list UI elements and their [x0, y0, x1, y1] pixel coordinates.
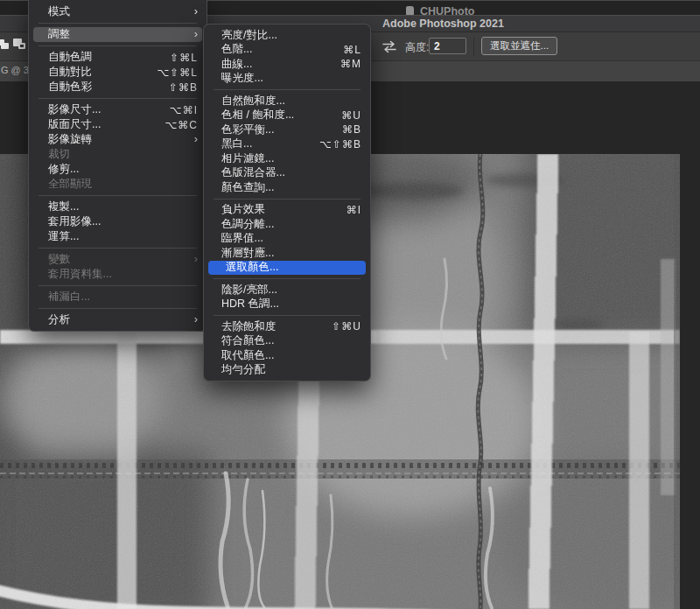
chevron-right-icon: › — [194, 28, 198, 39]
menu-item-reveal-all: 全部顯現 — [29, 177, 206, 192]
menu-item-shortcut: ⇧⌘U — [332, 320, 361, 332]
menu-item-threshold[interactable]: 臨界值... — [204, 232, 370, 247]
menu-item-gradient-map[interactable]: 漸層對應... — [204, 246, 370, 261]
menu-item-label: 符合顏色... — [221, 333, 274, 348]
chevron-right-icon: › — [194, 313, 198, 325]
menu-item-label: 亮度/對比... — [221, 28, 277, 43]
menu-item-label: 色相 / 飽和度... — [221, 108, 294, 122]
menu-item-image-rotation[interactable]: 影像旋轉› — [29, 132, 206, 147]
menu-separator — [38, 195, 197, 196]
menu-item-shadows-highlights[interactable]: 陰影/亮部... — [204, 283, 370, 298]
menu-item-label: 補漏白... — [48, 290, 90, 304]
menu-item-label: 調整 — [48, 27, 70, 42]
menu-item-label: 運算... — [48, 229, 79, 244]
menu-item-duplicate[interactable]: 複製... — [29, 200, 206, 214]
menu-separator — [214, 199, 360, 200]
menu-separator — [38, 98, 197, 99]
menu-item-label: 去除飽和度 — [221, 319, 276, 334]
swap-width-height-icon[interactable] — [382, 40, 397, 57]
menu-item-label: HDR 色調... — [221, 297, 279, 312]
menu-item-shortcut: ⌘M — [340, 58, 361, 70]
menu-item-shortcut: ⌥⌘C — [165, 119, 199, 131]
menu-item-vibrance[interactable]: 自然飽和度... — [204, 94, 370, 108]
menu-item-canvas-size[interactable]: 版面尺寸...⌥⌘C — [29, 117, 206, 132]
menu-item-label: 臨界值... — [221, 231, 263, 246]
menu-item-apply-image[interactable]: 套用影像... — [29, 214, 206, 229]
menu-item-match-color[interactable]: 符合顏色... — [204, 334, 370, 349]
menu-item-selective-color[interactable]: 選取顏色... — [208, 261, 366, 276]
menu-item-desaturate[interactable]: 去除飽和度⇧⌘U — [204, 319, 370, 334]
menu-item-auto-color[interactable]: 自動色彩⇧⌘B — [29, 80, 206, 94]
menu-item-label: 變數 — [48, 252, 70, 267]
menu-item-trim[interactable]: 修剪... — [29, 162, 206, 177]
selection-mode-subtract-icon[interactable] — [13, 38, 27, 51]
menu-item-label: 色階... — [221, 42, 252, 57]
menu-item-photo-filter[interactable]: 相片濾鏡... — [204, 151, 370, 166]
menu-separator — [214, 89, 360, 90]
menu-item-channel-mixer[interactable]: 色版混合器... — [204, 166, 370, 181]
menu-item-variables: 變數› — [29, 252, 206, 267]
menu-item-analysis[interactable]: 分析› — [29, 312, 206, 327]
menu-item-label: 顏色查詢... — [221, 180, 274, 195]
chevron-right-icon: › — [194, 133, 198, 144]
menu-item-label: 曝光度... — [221, 71, 263, 86]
menu-item-color-lookup[interactable]: 顏色查詢... — [204, 180, 370, 195]
menu-item-black-white[interactable]: 黑白...⌥⇧⌘B — [204, 137, 370, 152]
menu-item-label: 修剪... — [48, 162, 79, 177]
menu-item-label: 陰影/亮部... — [221, 283, 277, 298]
menu-item-replace-color[interactable]: 取代顏色... — [204, 348, 370, 363]
menu-item-exposure[interactable]: 曝光度... — [204, 72, 370, 87]
menu-separator — [214, 315, 360, 316]
menu-item-shortcut: ⌘L — [343, 44, 361, 56]
menu-item-adjustments[interactable]: 調整› — [33, 27, 202, 42]
menu-item-hdr-toning[interactable]: HDR 色調... — [204, 298, 370, 312]
menu-item-label: 曲線... — [221, 57, 252, 72]
menu-item-label: 套用資料集... — [48, 267, 112, 282]
menu-item-posterize[interactable]: 色調分離... — [204, 217, 370, 232]
menu-item-shortcut: ⇧⌘B — [169, 81, 198, 94]
selection-mode-add-icon[interactable] — [0, 38, 10, 50]
background-tab[interactable]: CHUPhoto — [406, 4, 475, 15]
menu-item-label: 自然飽和度... — [221, 94, 285, 108]
menu-item-color-balance[interactable]: 色彩平衡...⌘B — [204, 122, 370, 137]
menu-item-label: 分析 — [48, 312, 70, 327]
photoshop-window: CHUPhoto Adobe Photoshop 2021 高度: 選取並遮住.… — [0, 0, 700, 609]
menu-item-label: 自動色調 — [48, 50, 92, 65]
height-field-label: 高度: — [405, 40, 429, 55]
menu-item-mode[interactable]: 模式› — [29, 4, 206, 19]
menu-separator — [38, 23, 197, 24]
menu-item-hue-saturation[interactable]: 色相 / 飽和度...⌘U — [204, 108, 370, 123]
select-and-mask-button[interactable]: 選取並遮住... — [481, 37, 557, 55]
chevron-right-icon: › — [194, 253, 198, 264]
menu-item-label: 負片效果 — [221, 202, 265, 217]
height-input[interactable] — [429, 38, 466, 54]
menu-item-levels[interactable]: 色階...⌘L — [204, 43, 370, 58]
menu-item-equalize[interactable]: 均勻分配 — [204, 363, 370, 378]
menu-item-shortcut: ⌥⇧⌘B — [319, 138, 361, 150]
menu-item-crop: 裁切 — [29, 147, 206, 162]
menu-item-shortcut: ⌘I — [346, 204, 361, 216]
menu-item-shortcut: ⌘U — [341, 109, 361, 122]
menu-item-auto-tone[interactable]: 自動色調⇧⌘L — [29, 50, 206, 65]
background-tab-title: CHUPhoto — [420, 4, 475, 15]
menu-item-label: 色彩平衡... — [221, 122, 274, 137]
menu-item-trap: 補漏白... — [29, 290, 206, 304]
menu-item-calculations[interactable]: 運算... — [29, 229, 206, 244]
menu-item-label: 黑白... — [221, 136, 252, 151]
menu-item-label: 複製... — [48, 200, 79, 214]
menu-item-label: 自動色彩 — [48, 80, 92, 94]
menu-item-curves[interactable]: 曲線...⌘M — [204, 57, 370, 72]
menu-item-label: 均勻分配 — [221, 362, 265, 377]
menu-item-shortcut: ⌥⇧⌘L — [157, 66, 198, 79]
menu-item-invert[interactable]: 負片效果⌘I — [204, 203, 370, 218]
menu-item-label: 影像旋轉 — [48, 132, 92, 147]
menu-item-image-size[interactable]: 影像尺寸...⌥⌘I — [29, 102, 206, 117]
menu-item-label: 影像尺寸... — [48, 102, 101, 117]
menu-item-brightness-contrast[interactable]: 亮度/對比... — [204, 28, 370, 43]
image-menu: 模式› 調整› 自動色調⇧⌘L 自動對比⌥⇧⌘L 自動色彩⇧⌘B 影像尺寸...… — [28, 0, 207, 332]
menu-item-auto-contrast[interactable]: 自動對比⌥⇧⌘L — [29, 65, 206, 80]
menu-item-label: 漸層對應... — [221, 246, 274, 261]
menu-separator — [38, 285, 197, 286]
menu-separator — [38, 46, 197, 46]
menu-item-label: 色版混合器... — [221, 165, 285, 180]
